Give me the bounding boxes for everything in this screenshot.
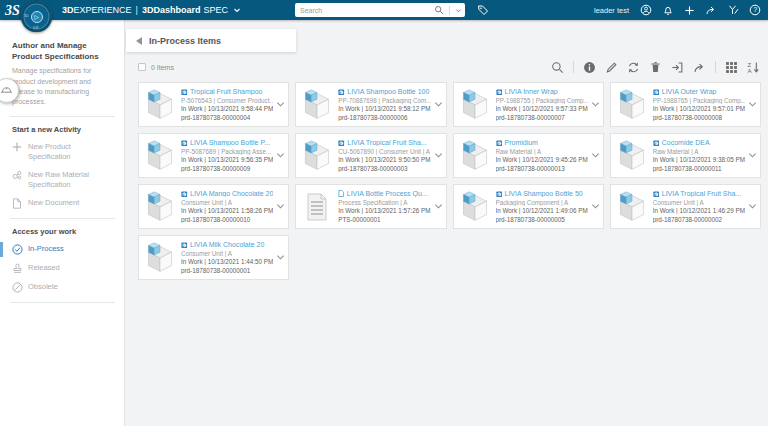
sidebar-item-new-product-specification[interactable]: New Product Specification (12, 142, 115, 162)
item-title-link[interactable]: Tropical Fruit Shampoo (181, 88, 273, 95)
chevron-down-icon[interactable] (588, 151, 603, 160)
select-all-checkbox[interactable] (138, 63, 146, 71)
item-thumbnail (139, 133, 181, 178)
chevron-down-icon[interactable] (745, 202, 760, 211)
item-title-link[interactable]: LIVIA Shampoo Bottle P... (181, 139, 273, 146)
chevron-down-icon[interactable] (588, 100, 603, 109)
item-title-link[interactable]: LIVIA Outer Wrap (653, 88, 745, 95)
spec-card[interactable]: Promidium Raw Material | A In Work | 10/… (453, 133, 604, 178)
item-status-date: In Work | 10/13/2021 9:58:12 PM (338, 105, 430, 112)
sidebar-item-new-document[interactable]: New Document (12, 198, 115, 209)
user-circle-icon[interactable] (640, 4, 652, 16)
item-title[interactable]: LIVIA Mango Chocolate 20 (190, 190, 273, 197)
spec-card[interactable]: LIVIA Tropical Fruit Sha... CU-5067890 |… (295, 133, 446, 178)
back-icon[interactable] (136, 37, 142, 45)
grid-view-icon[interactable] (725, 61, 738, 74)
item-title-link[interactable]: LIVIA Mango Chocolate 20 (181, 190, 273, 197)
card-body: Cocomide DEA Raw Material | A In Work | … (653, 139, 745, 172)
sidebar-item-new-raw-material-specification[interactable]: New Raw Material Specification (12, 170, 115, 190)
item-title[interactable]: LIVIA Outer Wrap (662, 88, 717, 95)
search-icon[interactable] (551, 61, 564, 74)
item-title[interactable]: LIVIA Shampoo Bottle P... (190, 139, 270, 146)
item-thumbnail (611, 133, 653, 178)
chevron-down-icon[interactable] (745, 151, 760, 160)
chevron-down-icon[interactable] (431, 100, 446, 109)
share-icon[interactable] (693, 61, 706, 74)
spec-card[interactable]: LIVIA Outer Wrap PP-1988765 | Packaging … (610, 82, 761, 127)
spec-card[interactable]: Tropical Fruit Shampoo P-5076543 | Consu… (138, 82, 289, 127)
item-title[interactable]: LIVIA Shampoo Bottle 100 (347, 88, 429, 95)
sort-icon[interactable]: ZA (747, 61, 760, 74)
spec-card[interactable]: LIVIA Bottle Process Qu... Process Speci… (295, 184, 446, 229)
item-id: prd-18780738-00000011 (653, 165, 745, 172)
chevron-down-icon[interactable] (588, 202, 603, 211)
item-title[interactable]: LIVIA Inner Wrap (505, 88, 558, 95)
brand-3d: 3D (62, 5, 74, 15)
spec-card[interactable]: LIVIA Inner Wrap PP-1988755 | Packaging … (453, 82, 604, 127)
sync-icon[interactable] (627, 61, 640, 74)
share-icon[interactable] (705, 4, 717, 16)
item-title[interactable]: Tropical Fruit Shampoo (190, 88, 263, 95)
item-thumbnail (611, 82, 653, 127)
spec-card[interactable]: LIVIA Shampoo Bottle 100 PP-70887698 | P… (295, 82, 446, 127)
media-y-icon[interactable] (727, 4, 739, 16)
spec-card[interactable]: LIVIA Milk Chocolate 20 Consumer Unit | … (138, 235, 289, 280)
item-title-link[interactable]: LIVIA Bottle Process Qu... (338, 190, 430, 197)
item-status-date: In Work | 10/13/2021 1:44:50 PM (181, 258, 273, 265)
sidebar-divider (10, 302, 115, 303)
item-title-link[interactable]: LIVIA Milk Chocolate 20 (181, 241, 273, 248)
user-name[interactable]: leader test (594, 6, 629, 15)
help-icon[interactable]: ? (749, 4, 761, 16)
search-options-chevron-icon[interactable] (452, 7, 465, 14)
item-title-link[interactable]: LIVIA Tropical Fruit Sha... (653, 190, 745, 197)
spec-card[interactable]: Cocomide DEA Raw Material | A In Work | … (610, 133, 761, 178)
card-body: LIVIA Tropical Fruit Sha... Consumer Uni… (653, 190, 745, 223)
start-activity-heading: Start a new Activity (12, 125, 115, 134)
item-title-link[interactable]: LIVIA Inner Wrap (496, 88, 588, 95)
item-title-link[interactable]: LIVIA Shampoo Bottle 50 (496, 190, 588, 197)
item-title[interactable]: LIVIA Tropical Fruit Sha... (662, 190, 741, 197)
sidebar-item-released[interactable]: Released (12, 263, 115, 274)
chevron-down-icon[interactable] (745, 100, 760, 109)
item-title[interactable]: Promidium (505, 139, 538, 146)
trash-icon[interactable] (649, 61, 662, 74)
item-title-link[interactable]: LIVIA Tropical Fruit Sha... (338, 139, 430, 146)
chevron-down-icon[interactable] (273, 151, 288, 160)
chevron-down-icon[interactable] (273, 253, 288, 262)
app-tab[interactable]: SPEC (203, 5, 228, 15)
spec-card[interactable]: LIVIA Mango Chocolate 20 Consumer Unit |… (138, 184, 289, 229)
chevron-down-icon[interactable] (431, 202, 446, 211)
item-id: prd-18780738-00000009 (181, 165, 273, 172)
sidebar-item-in-process[interactable]: In-Process (12, 244, 115, 255)
chevron-down-icon[interactable] (233, 6, 241, 14)
chevron-down-icon[interactable] (431, 151, 446, 160)
tag-icon[interactable] (477, 4, 489, 16)
bell-icon[interactable] (662, 4, 674, 16)
cube-thumbnail-icon (301, 87, 333, 123)
plus-icon[interactable] (684, 5, 695, 16)
spec-card[interactable]: LIVIA Tropical Fruit Sha... Consumer Uni… (610, 184, 761, 229)
item-title[interactable]: Cocomide DEA (662, 139, 710, 146)
sidebar: Author and Manage Product Specifications… (0, 20, 125, 426)
spec-card[interactable]: LIVIA Shampoo Bottle 50 Packaging Compon… (453, 184, 604, 229)
item-title[interactable]: LIVIA Shampoo Bottle 50 (505, 190, 583, 197)
edit-icon[interactable] (605, 61, 618, 74)
import-icon[interactable] (671, 61, 684, 74)
item-title[interactable]: LIVIA Milk Chocolate 20 (190, 241, 264, 248)
search-input[interactable] (295, 7, 431, 14)
chevron-down-icon[interactable] (273, 100, 288, 109)
item-title-link[interactable]: Cocomide DEA (653, 139, 745, 146)
compass-play-icon[interactable]: ▷ (31, 11, 43, 23)
product-type-icon (496, 140, 503, 147)
item-title[interactable]: LIVIA Tropical Fruit Sha... (347, 139, 426, 146)
info-icon[interactable] (583, 61, 596, 74)
chevron-down-icon[interactable] (273, 202, 288, 211)
item-title-link[interactable]: LIVIA Shampoo Bottle 100 (338, 88, 430, 95)
brand-experience: EXPERIENCE (74, 5, 132, 15)
compass-icon[interactable]: 3D ▷ V.R (21, 1, 52, 32)
item-title[interactable]: LIVIA Bottle Process Qu... (347, 190, 428, 197)
item-title-link[interactable]: Promidium (496, 139, 588, 146)
search-icon[interactable] (431, 5, 447, 15)
sidebar-item-obsolete[interactable]: Obsolete (12, 282, 115, 293)
spec-card[interactable]: LIVIA Shampoo Bottle P... PP-5087689 | P… (138, 133, 289, 178)
